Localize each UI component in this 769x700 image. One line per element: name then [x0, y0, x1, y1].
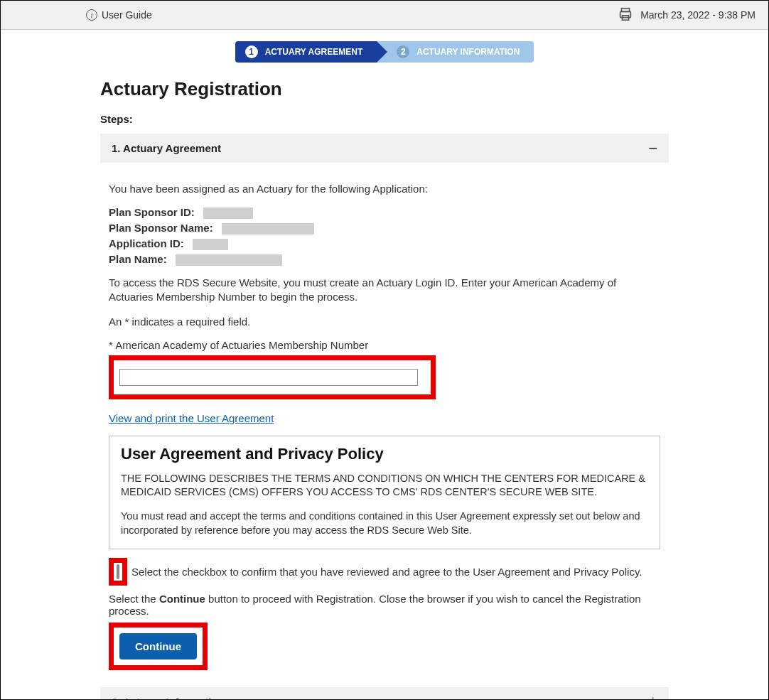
user-agreement-scrollbox[interactable]: User Agreement and Privacy Policy THE FO… — [109, 436, 660, 549]
accordion-1-title: 1. Actuary Agreement — [112, 142, 221, 154]
step-1-actuary-agreement[interactable]: 1 ACTUARY AGREEMENT — [235, 41, 377, 63]
membership-number-input[interactable] — [119, 369, 418, 386]
stepper: 1 ACTUARY AGREEMENT 2 ACTUARY INFORMATIO… — [100, 41, 669, 63]
plan-sponsor-id-row: Plan Sponsor ID: — [109, 206, 660, 219]
accordion-2-title: 2. Actuary Information — [112, 696, 225, 700]
continue-button-highlight: Continue — [109, 623, 208, 670]
plan-sponsor-name-row: Plan Sponsor Name: — [109, 222, 660, 235]
accordion-actuary-information[interactable]: 2. Actuary Information + — [100, 687, 669, 700]
view-print-agreement-link[interactable]: View and print the User Agreement — [109, 412, 274, 424]
continue-button[interactable]: Continue — [119, 633, 197, 659]
proceed-instructions: Select the Continue button to proceed wi… — [109, 593, 660, 617]
user-guide-label: User Guide — [102, 9, 152, 21]
plan-sponsor-id-value — [203, 208, 253, 219]
checkbox-highlight — [109, 558, 127, 586]
info-icon: i — [86, 9, 97, 21]
timestamp: March 23, 2022 - 9:38 PM — [640, 9, 755, 21]
agreement-p1: THE FOLLOWING DESCRIBES THE TERMS AND CO… — [121, 472, 648, 500]
membership-input-highlight — [109, 355, 436, 399]
plan-name-value — [176, 254, 282, 266]
agree-checkbox[interactable] — [117, 564, 119, 579]
access-instructions: To access the RDS Secure Website, you mu… — [109, 276, 660, 305]
agreement-title: User Agreement and Privacy Policy — [121, 445, 648, 463]
page-title: Actuary Registration — [100, 78, 669, 100]
agree-checkbox-label: Select the checkbox to confirm that you … — [131, 566, 642, 578]
application-id-value — [193, 239, 228, 250]
step-2-number: 2 — [397, 45, 409, 58]
accordion-actuary-agreement[interactable]: 1. Actuary Agreement − — [100, 134, 669, 163]
required-field-note: An * indicates a required field. — [109, 315, 660, 329]
application-id-row: Application ID: — [109, 237, 660, 250]
plan-sponsor-name-value — [222, 223, 314, 235]
plan-name-row: Plan Name: — [109, 253, 660, 266]
agreement-p2: You must read and accept the terms and c… — [121, 510, 648, 537]
step-2-actuary-information[interactable]: 2 ACTUARY INFORMATION — [377, 41, 534, 63]
step-1-number: 1 — [245, 45, 258, 58]
steps-heading: Steps: — [100, 113, 669, 125]
step-1-label: ACTUARY AGREEMENT — [265, 47, 363, 57]
print-icon[interactable] — [618, 6, 633, 24]
step-2-label: ACTUARY INFORMATION — [416, 47, 520, 57]
user-guide-link[interactable]: i User Guide — [86, 9, 152, 21]
assigned-text: You have been assigned as an Actuary for… — [109, 183, 660, 195]
membership-number-label: * American Academy of Actuaries Membersh… — [109, 339, 660, 351]
